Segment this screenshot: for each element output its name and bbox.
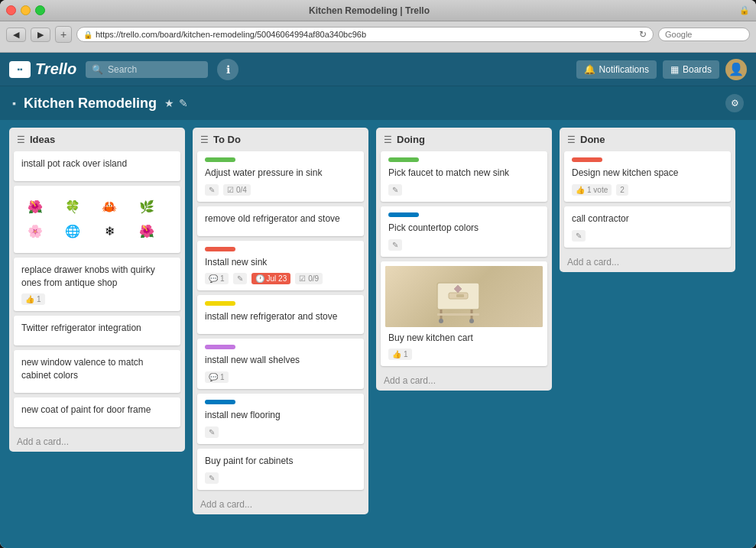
new-tab-button[interactable]: + — [55, 26, 72, 43]
url-input[interactable] — [96, 30, 636, 39]
edit-badge: ✎ — [388, 239, 402, 251]
info-button[interactable]: ℹ — [217, 59, 238, 80]
list-header-ideas: ☰ Ideas — [9, 128, 185, 151]
os-window: Kitchen Remodeling | Trello 🔒 ◀ ▶ + 🔒 ↻ … — [0, 0, 756, 548]
card-label — [388, 212, 419, 217]
card-label — [205, 400, 235, 404]
url-bar[interactable]: 🔒 ↻ — [76, 27, 654, 42]
edit-icon: ✎ — [209, 474, 215, 482]
refresh-button[interactable]: ↻ — [639, 29, 647, 40]
checklist-badge: ☑ 0/9 — [295, 273, 323, 284]
card-title: Pick countertop colors — [388, 222, 540, 235]
edit-badge: ✎ — [233, 273, 247, 284]
edit-icon: ✎ — [209, 428, 215, 436]
vote-count: 1 — [404, 350, 408, 358]
title-bar: Kitchen Remodeling | Trello 🔒 — [0, 0, 756, 21]
list-title-done: Done — [580, 134, 728, 145]
card-window-valence[interactable]: ✎ new window valence to match cabinet co… — [14, 350, 180, 393]
card-buy-kitchen-cart[interactable]: ✎ — [381, 261, 547, 367]
knob-6: 🌐 — [62, 221, 83, 242]
board-star-button[interactable]: ★ — [164, 97, 174, 109]
card-title: new window valence to match cabinet colo… — [21, 356, 173, 382]
thumb-icon: 👍 — [392, 350, 401, 358]
back-button[interactable]: ◀ — [6, 28, 26, 42]
card-title: install new refrigerator and stove — [205, 310, 356, 323]
card-install-pot-rack[interactable]: ✎ install pot rack over island — [14, 151, 180, 181]
notifications-label: Notifications — [599, 64, 649, 75]
card-title: Pick faucet to match new sink — [388, 167, 540, 180]
list-header-done: ☰ Done — [560, 128, 735, 151]
list-icon-todo: ☰ — [200, 135, 209, 145]
card-door-frame-paint[interactable]: ✎ new coat of paint for door frame — [14, 397, 180, 427]
card-label — [572, 157, 602, 162]
user-avatar[interactable]: 👤 — [725, 59, 747, 80]
card-badges: 💬 1 ✎ 🕐 Jul 23 ☑ 0/9 — [205, 273, 356, 284]
forward-button[interactable]: ▶ — [31, 28, 50, 42]
google-search-bar[interactable] — [658, 28, 750, 41]
card-badges: ✎ ☑ 0/4 — [205, 184, 356, 196]
card-buy-paint-cabinets[interactable]: ✎ Buy paint for cabinets ✎ — [197, 449, 364, 490]
knob-1: 🌺 — [24, 196, 46, 218]
card-install-wall-shelves[interactable]: ✎ install new wall shelves 💬 1 — [197, 339, 364, 389]
list-icon-doing: ☰ — [384, 135, 392, 145]
card-remove-refrigerator[interactable]: ✎ remove old refrigerator and stove — [197, 206, 364, 236]
header-right: 🔔 Notifications ▦ Boards 👤 — [576, 59, 747, 80]
count-badge: 2 — [616, 184, 628, 196]
card-knobs[interactable]: ✎ 🌺 🍀 🦀 🌿 🌸 🌐 ❄ 🌺 — [14, 186, 180, 253]
checklist-icon: ☑ — [227, 186, 234, 194]
list-doing: ☰ Doing ✎ Pick faucet to match new sink … — [376, 128, 552, 391]
boards-button[interactable]: ▦ Boards — [663, 60, 719, 79]
add-card-button-done[interactable]: Add a card... — [560, 252, 735, 272]
card-adjust-water-pressure[interactable]: ✎ Adjust water pressure in sink ✎ ☑ 0/4 — [197, 151, 364, 202]
lock-icon: 🔒 — [739, 5, 750, 15]
settings-icon: ⚙ — [731, 98, 739, 109]
header-search-wrap[interactable]: 🔍 — [86, 61, 208, 78]
card-title: call contractor — [572, 212, 723, 225]
checklist-icon: ☑ — [299, 274, 306, 283]
card-badges: ✎ — [388, 239, 540, 251]
card-title: remove old refrigerator and stove — [205, 212, 356, 225]
card-badges: ✎ — [205, 426, 356, 438]
knobs-image: 🌺 🍀 🦀 🌿 🌸 🌐 ❄ 🌺 — [18, 190, 176, 248]
comment-icon: 💬 — [209, 373, 218, 381]
card-install-sink[interactable]: ✎ Install new sink 💬 1 ✎ 🕐 Jul 23 — [197, 241, 364, 291]
url-secure-icon: 🔒 — [83, 31, 92, 39]
card-twitter-refrigerator[interactable]: ✎ Twitter refrigerator integration — [14, 316, 180, 345]
card-pick-faucet[interactable]: ✎ Pick faucet to match new sink ✎ — [381, 151, 547, 202]
add-card-button-ideas[interactable]: Add a card... — [9, 432, 185, 452]
count-value: 2 — [620, 186, 625, 194]
card-design-kitchen[interactable]: ✎ Design new kitchen space 👍 1 vote 2 — [564, 151, 731, 202]
board-icon: ▪ — [12, 97, 16, 109]
card-badges: ✎ — [572, 230, 723, 242]
header-search-input[interactable] — [108, 64, 202, 75]
card-badges: ✎ — [388, 184, 540, 196]
card-install-refrigerator-stove[interactable]: ✎ install new refrigerator and stove — [197, 295, 364, 334]
svg-rect-8 — [437, 313, 479, 316]
card-replace-knobs[interactable]: ✎ replace drawer knobs with quirky ones … — [14, 258, 180, 312]
card-title: Buy paint for cabinets — [205, 455, 356, 468]
list-icon-ideas: ☰ — [17, 135, 25, 145]
list-done: ☰ Done ✎ Design new kitchen space 👍 1 vo… — [560, 128, 735, 272]
card-title: new coat of paint for door frame — [21, 404, 173, 417]
card-title: install new wall shelves — [205, 354, 356, 367]
checklist-value: 0/4 — [236, 186, 247, 194]
edit-icon: ✎ — [576, 232, 582, 240]
card-title: replace drawer knobs with quirky ones fr… — [21, 264, 173, 290]
board-edit-button[interactable]: ✎ — [179, 97, 188, 109]
add-card-button-todo[interactable]: Add a card... — [193, 494, 368, 514]
thumb-icon: 👍 — [25, 295, 34, 303]
board-settings-wrap: ⚙ — [725, 94, 744, 112]
add-card-button-doing[interactable]: Add a card... — [376, 371, 552, 391]
board-settings-button[interactable]: ⚙ — [725, 94, 744, 112]
vote-count: 1 — [37, 295, 41, 303]
google-search-input[interactable] — [665, 30, 756, 39]
card-pick-countertop[interactable]: ✎ Pick countertop colors ✎ — [381, 206, 547, 257]
card-install-flooring[interactable]: ✎ install new flooring ✎ — [197, 394, 364, 444]
checklist-badge: ☑ 0/4 — [223, 184, 251, 196]
card-call-contractor[interactable]: ✎ call contractor ✎ — [564, 206, 731, 248]
notifications-button[interactable]: 🔔 Notifications — [576, 60, 657, 79]
card-badges: 👍 1 — [385, 349, 543, 360]
kitchen-cart-illustration — [385, 266, 543, 327]
edit-badge: ✎ — [205, 184, 219, 196]
checklist-value: 0/9 — [308, 274, 319, 283]
